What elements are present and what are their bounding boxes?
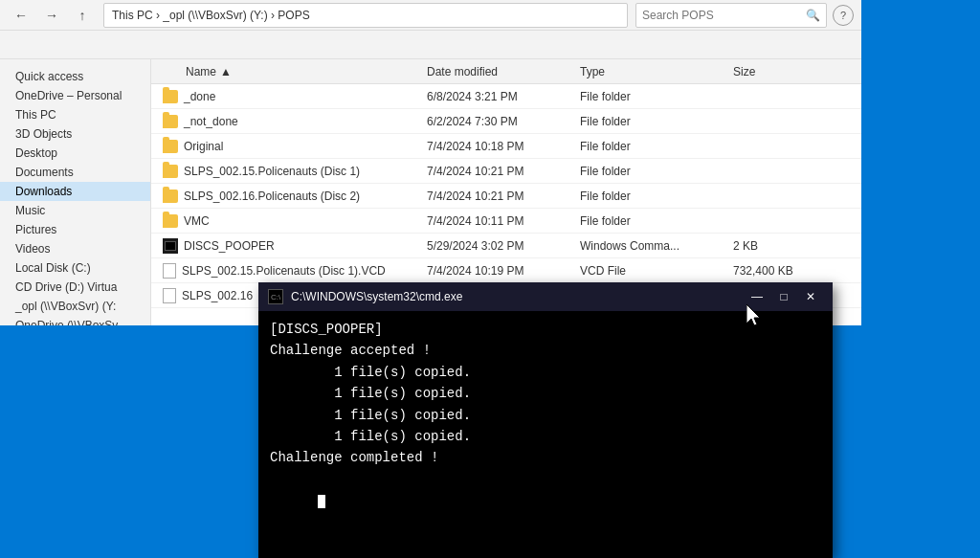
folder-icon <box>163 90 178 103</box>
nav-buttons: ← → ↑ <box>8 4 96 27</box>
sidebar-item-opl-vboxsvr[interactable]: _opl (\\VBoxSvr) (Y: <box>0 297 150 316</box>
sidebar-item-3d-objects[interactable]: 3D Objects <box>0 124 150 144</box>
sidebar-item-cd-drive-d[interactable]: CD Drive (D:) Virtua <box>0 278 150 297</box>
search-icon: 🔍 <box>806 9 820 22</box>
file-name-cell: SLPS_002.15.Policenauts (Disc 1) <box>151 165 419 178</box>
cmd-titlebar: C:\ C:\WINDOWS\system32\cmd.exe — □ ✕ <box>258 282 833 311</box>
sidebar: Quick access OneDrive – Personal This PC… <box>0 59 151 325</box>
cmd-maximize-button[interactable]: □ <box>771 287 796 306</box>
sidebar-item-music[interactable]: Music <box>0 201 150 220</box>
file-type: Windows Comma... <box>572 239 725 253</box>
address-bar[interactable]: This PC › _opl (\\VBoxSvr) (Y:) › POPS <box>103 3 628 28</box>
back-button[interactable]: ← <box>8 4 34 27</box>
folder-icon <box>163 190 178 203</box>
sidebar-item-this-pc[interactable]: This PC <box>0 105 150 124</box>
sidebar-item-onedrive-personal[interactable]: OneDrive – Personal <box>0 86 150 105</box>
file-name-cell: SLPS_002.16.Policenauts (Disc 2) <box>151 190 419 203</box>
sidebar-item-downloads[interactable]: Downloads <box>0 182 150 201</box>
folder-icon <box>163 214 178 228</box>
file-name-cell: _done <box>151 90 419 103</box>
file-date: 6/2/2024 7:30 PM <box>419 115 572 128</box>
generic-file-icon <box>163 288 176 303</box>
file-date: 7/4/2024 10:18 PM <box>419 140 572 153</box>
cmd-minimize-button[interactable]: — <box>745 287 769 306</box>
sidebar-item-videos[interactable]: Videos <box>0 239 150 258</box>
cmd-line-1: [DISCS_POOPER] <box>270 319 821 340</box>
file-date: 7/4/2024 10:21 PM <box>419 165 572 178</box>
folder-icon <box>163 165 178 178</box>
table-row[interactable]: _done 6/8/2024 3:21 PM File folder <box>151 84 861 109</box>
cmd-line-10: Challenge completed ! <box>270 447 821 468</box>
sidebar-item-documents[interactable]: Documents <box>0 163 150 182</box>
cmd-line-6: 1 file(s) copied. <box>270 383 821 404</box>
file-type: File folder <box>572 140 725 153</box>
sidebar-item-local-disk-c[interactable]: Local Disk (C:) <box>0 258 150 278</box>
cmd-line-7: 1 file(s) copied. <box>270 405 821 426</box>
file-name-cell: DISCS_POOPER <box>151 238 419 254</box>
table-row[interactable]: Original 7/4/2024 10:18 PM File folder <box>151 134 861 159</box>
cmd-file-icon <box>163 238 178 254</box>
help-button[interactable]: ? <box>833 5 854 26</box>
forward-button[interactable]: → <box>38 4 65 27</box>
cmd-cursor <box>318 495 325 508</box>
table-row[interactable]: SLPS_002.15.Policenauts (Disc 1) 7/4/202… <box>151 159 861 184</box>
folder-icon <box>163 140 178 153</box>
file-name-cell: _not_done <box>151 115 419 128</box>
cmd-controls: — □ ✕ <box>745 287 823 306</box>
table-row[interactable]: DISCS_POOPER 5/29/2024 3:02 PM Windows C… <box>151 234 861 258</box>
file-date: 6/8/2024 3:21 PM <box>419 90 572 103</box>
cmd-line-8: 1 file(s) copied. <box>270 426 821 447</box>
cmd-body: [DISCS_POOPER] Challenge accepted ! 1 fi… <box>258 311 833 558</box>
file-type: File folder <box>572 90 725 103</box>
sidebar-item-quick-access[interactable]: Quick access <box>0 67 150 86</box>
file-type: File folder <box>572 115 725 128</box>
col-name-header[interactable]: Name ▲ <box>151 65 419 78</box>
file-name-cell: Original <box>151 140 419 153</box>
folder-icon <box>163 115 178 128</box>
file-explorer: ← → ↑ This PC › _opl (\\VBoxSvr) (Y:) › … <box>0 0 861 325</box>
explorer-toolbar <box>0 31 861 59</box>
file-date: 7/4/2024 10:11 PM <box>419 214 572 228</box>
up-button[interactable]: ↑ <box>69 4 96 27</box>
file-type: VCD File <box>572 264 725 278</box>
col-date-header[interactable]: Date modified <box>419 65 572 78</box>
file-name-cell: SLPS_002.15.Policenauts (Disc 1).VCD <box>151 263 419 279</box>
cmd-close-button[interactable]: ✕ <box>798 287 823 306</box>
file-size: 732,400 KB <box>725 264 802 278</box>
file-name-cell: VMC <box>151 214 419 228</box>
vcd-file-icon <box>163 263 176 279</box>
cmd-line-5: 1 file(s) copied. <box>270 362 821 383</box>
file-date: 7/4/2024 10:19 PM <box>419 264 572 278</box>
table-row[interactable]: SLPS_002.16.Policenauts (Disc 2) 7/4/202… <box>151 184 861 209</box>
cmd-window: C:\ C:\WINDOWS\system32\cmd.exe — □ ✕ [D… <box>258 282 833 558</box>
file-type: File folder <box>572 165 725 178</box>
file-type: File folder <box>572 214 725 228</box>
col-type-header[interactable]: Type <box>572 65 725 78</box>
explorer-titlebar: ← → ↑ This PC › _opl (\\VBoxSvr) (Y:) › … <box>0 0 861 31</box>
table-row[interactable]: _not_done 6/2/2024 7:30 PM File folder <box>151 109 861 134</box>
cmd-line-3: Challenge accepted ! <box>270 340 821 361</box>
table-row[interactable]: SLPS_002.15.Policenauts (Disc 1).VCD 7/4… <box>151 258 861 283</box>
sidebar-item-onedrive-vboxsv[interactable]: OneDrive (\\VBoxSv <box>0 316 150 325</box>
sidebar-item-desktop[interactable]: Desktop <box>0 144 150 163</box>
search-box[interactable]: 🔍 <box>635 3 827 28</box>
sidebar-item-pictures[interactable]: Pictures <box>0 220 150 239</box>
file-type: File folder <box>572 190 725 203</box>
col-size-header[interactable]: Size <box>725 65 802 78</box>
file-list-header: Name ▲ Date modified Type Size <box>151 59 861 84</box>
search-input[interactable] <box>642 9 806 22</box>
cmd-window-icon: C:\ <box>268 289 283 304</box>
file-size: 2 KB <box>725 239 802 253</box>
table-row[interactable]: VMC 7/4/2024 10:11 PM File folder <box>151 209 861 234</box>
file-date: 5/29/2024 3:02 PM <box>419 239 572 253</box>
cmd-cursor-line <box>270 469 821 533</box>
file-date: 7/4/2024 10:21 PM <box>419 190 572 203</box>
cmd-title: C:\WINDOWS\system32\cmd.exe <box>291 290 737 303</box>
address-text: This PC › _opl (\\VBoxSvr) (Y:) › POPS <box>112 9 310 22</box>
